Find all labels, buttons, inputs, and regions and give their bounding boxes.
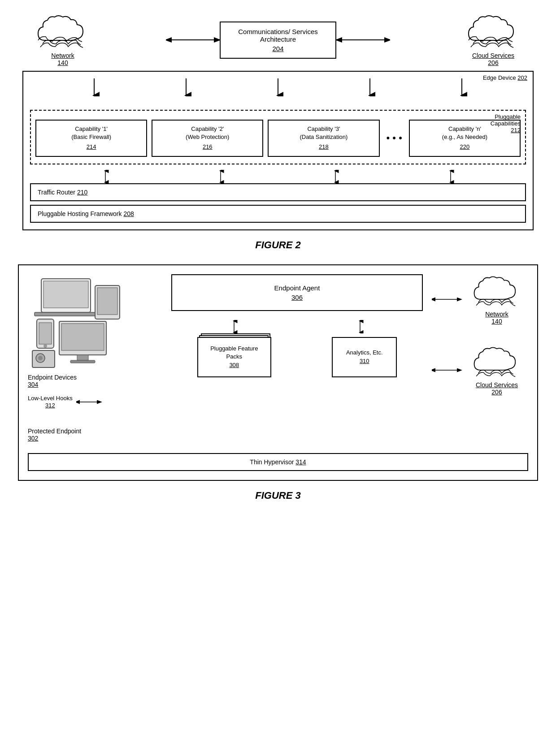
figure3: Endpoint Devices 304 Low-Level Hooks 312 (18, 264, 538, 481)
network-cloud-icon-fig3 (472, 274, 521, 308)
figure3-caption: FIGURE 3 (18, 490, 538, 501)
endpoint-agent-box: Endpoint Agent 306 (171, 274, 423, 311)
network-cloud-fig2: Network 140 (31, 13, 94, 66)
capability-2-box: Capability '2' (Web Protection) 216 (152, 120, 263, 157)
svg-rect-20 (61, 324, 104, 350)
dots-separator: • • • (384, 120, 404, 157)
down-arrow-4 (363, 78, 377, 96)
figure3-right: Network 140 (432, 274, 528, 396)
figure2-caption: FIGURE 2 (18, 239, 538, 251)
cloud-services-icon (466, 13, 520, 49)
to-cloud-arrow (432, 365, 463, 376)
down-arrow-2 (179, 78, 193, 96)
analytics-box: Analytics, Etc. 310 (332, 337, 397, 377)
figure3-outer-box: Endpoint Devices 304 Low-Level Hooks 312 (18, 264, 538, 481)
capabilities-row: Capability '1' (Basic Firewall) 214 Capa… (35, 120, 521, 157)
svg-rect-22 (70, 360, 95, 363)
bidir-arrow-4 (444, 170, 457, 183)
hooks-arrow (76, 397, 103, 408)
left-double-arrow (166, 33, 220, 47)
svg-rect-15 (97, 288, 117, 315)
cloud-services-label-fig3: Cloud Services 206 (465, 381, 528, 396)
svg-rect-12 (43, 281, 88, 308)
svg-rect-21 (77, 355, 88, 360)
agent-analytics-arrow (353, 320, 367, 333)
pluggable-hosting-box: Pluggable Hosting Framework 208 (30, 205, 526, 223)
network-label-fig3: Network 140 (465, 311, 528, 325)
figure2: Network 140 Communications/ (18, 13, 538, 230)
cloud-services-label-fig2: Cloud Services 206 (462, 52, 525, 66)
cloud-services-cloud-fig2: Cloud Services 206 (462, 13, 525, 66)
down-arrow-3 (271, 78, 285, 96)
bidir-arrow-3 (329, 170, 342, 183)
svg-rect-17 (39, 323, 52, 344)
network-label: Network 140 (31, 52, 94, 66)
svg-point-18 (43, 344, 47, 348)
pluggable-packs-stack: Pluggable Feature Packs 308 (197, 337, 271, 382)
traffic-router-box: Traffic Router 210 (30, 183, 526, 201)
network-cloud-icon (36, 13, 90, 49)
capability-1-box: Capability '1' (Basic Firewall) 214 (35, 120, 147, 157)
cloud-services-cloud-fig3: Cloud Services 206 (465, 345, 528, 396)
figure3-center: Endpoint Agent 306 (162, 274, 432, 382)
cloud-services-icon-fig3 (472, 345, 521, 379)
right-double-arrow (336, 33, 390, 47)
endpoint-devices-icon (28, 274, 144, 368)
bidir-arrow-1 (99, 170, 112, 183)
pluggable-capabilities-label: Pluggable Capabilities 212 (491, 113, 521, 134)
protected-endpoint-label: Protected Endpoint 302 (28, 428, 162, 442)
network-cloud-fig3: Network 140 (465, 274, 528, 325)
svg-point-25 (38, 356, 43, 360)
pluggable-capabilities-box: Pluggable Capabilities 212 Capability '1… (30, 110, 526, 164)
bidir-arrow-2 (214, 170, 227, 183)
down-arrow-1 (87, 78, 101, 96)
edge-device-label: Edge Device 202 (483, 74, 527, 81)
figure3-main-row: Endpoint Devices 304 Low-Level Hooks 312 (28, 274, 528, 442)
edge-device-box: Edge Device 202 (22, 71, 534, 230)
comm-arch-box: Communications/ Services Architecture 20… (220, 22, 336, 59)
low-level-hooks-label: Low-Level Hooks 312 (28, 395, 73, 410)
agent-packs-arrow (227, 320, 241, 333)
capability-3-box: Capability '3' (Data Sanitization) 218 (268, 120, 379, 157)
down-arrow-5 (455, 78, 469, 96)
to-network-arrow (432, 294, 463, 305)
endpoint-devices-label: Endpoint Devices 304 (28, 374, 162, 388)
figure3-left: Endpoint Devices 304 Low-Level Hooks 312 (28, 274, 162, 442)
svg-rect-13 (35, 312, 97, 316)
thin-hypervisor-box: Thin Hypervisor 314 (28, 453, 528, 471)
